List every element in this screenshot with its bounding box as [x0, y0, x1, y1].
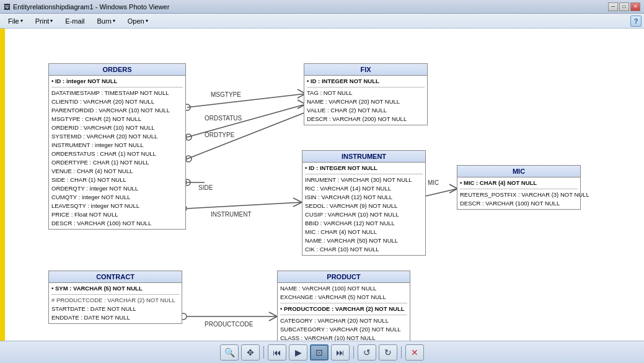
- delete-icon: ✕: [411, 347, 418, 357]
- titlebar: 🖼 Entityrelationshipdiagram1 - Windows P…: [0, 0, 644, 14]
- label-ordstatus: ORDSTATUS: [205, 115, 242, 122]
- search-button[interactable]: 🔍: [220, 344, 239, 361]
- svg-line-25: [269, 312, 277, 316]
- menu-burn[interactable]: Burn ▾: [92, 16, 121, 27]
- toolbar-sep-2: [353, 346, 354, 359]
- orders-field-16: DESCR : VARCHAR (100) NOT NULL: [51, 219, 183, 228]
- minimize-button[interactable]: ─: [608, 2, 618, 11]
- svg-line-17: [293, 198, 302, 202]
- menu-burn-label: Burn: [97, 17, 112, 25]
- contract-table: CONTRACT • SYM : VARCHAR (5) NOT NULL # …: [48, 271, 182, 324]
- label-msgtype: MSGTYPE: [211, 91, 241, 98]
- menu-print[interactable]: Print ▾: [30, 16, 59, 27]
- product-header: PRODUCT: [278, 271, 410, 283]
- play-button[interactable]: ▶: [289, 344, 307, 361]
- search-icon: 🔍: [224, 347, 235, 357]
- orders-field-11: SIDE : CHAR (1) NOT NULL: [51, 176, 183, 184]
- instr-field-4: SEDOL : VARCHAR (9) NOT NULL: [305, 202, 423, 210]
- instr-field-2: RIC : VARCHAR (14) NOT NULL: [305, 184, 423, 193]
- mic-field-2: DESCR : VARCHAR (100) NOT NULL: [460, 199, 578, 208]
- mic-header: MIC: [457, 166, 580, 177]
- instr-field-1: INRUMENT : VARCHAR (30) NOT NULL: [305, 176, 423, 184]
- menu-open[interactable]: Open ▾: [122, 16, 154, 27]
- menu-file-arrow: ▾: [20, 18, 23, 24]
- menubar: File ▾ Print ▾ E-mail Burn ▾ Open ▾ ?: [0, 14, 644, 29]
- menu-open-arrow: ▾: [146, 18, 148, 24]
- next-button[interactable]: ⏭: [331, 344, 350, 361]
- label-side: SIDE: [198, 184, 213, 191]
- move-button[interactable]: ✥: [241, 344, 260, 361]
- contract-body: • SYM : VARCHAR (5) NOT NULL # PRODUCTCO…: [49, 283, 182, 323]
- orders-field-0: • ID : integer NOT NULL: [51, 77, 183, 86]
- contract-field-2: STARTDATE : DATE NOT NULL: [51, 305, 179, 313]
- instr-field-5: CUSIP : VARCHAR (10) NOT NULL: [305, 210, 423, 219]
- product-field-4: SUBCATEGORY : VARCHAR (20) NOT NULL: [280, 325, 407, 334]
- orders-field-15: PRICE : Float NOT NULL: [51, 210, 183, 219]
- menu-print-label: Print: [35, 17, 50, 25]
- fix-field-2: NAME : VARCHAR (20) NOT NULL: [307, 97, 425, 106]
- prev-icon: ⏮: [273, 347, 281, 357]
- prev-button[interactable]: ⏮: [268, 344, 286, 361]
- instr-field-6: BBID : VARCHAR (12) NOT NULL: [305, 219, 423, 228]
- instrument-header: INSTRUMENT: [302, 151, 425, 163]
- orders-field-4: MSGTYPE : CHAR (2) NOT NULL: [51, 115, 183, 123]
- next-icon: ⏭: [336, 347, 345, 357]
- orders-field-6: SYSTEMID : VARCHAR (20) NOT NULL: [51, 132, 183, 141]
- toolbar-sep-1: [263, 346, 264, 359]
- svg-point-11: [185, 156, 192, 162]
- mic-body: • MIC : CHAR (4) NOT NULL REUTERS_POSTFI…: [457, 177, 580, 209]
- titlebar-controls: ─ □ ✕: [608, 2, 640, 11]
- fix-field-1: TAG : NOT NULL: [307, 89, 425, 97]
- rewind-icon: ↺: [363, 347, 371, 357]
- svg-line-15: [187, 202, 302, 208]
- fix-field-0: • ID : INTEGER NOT NULL: [307, 77, 425, 86]
- help-button[interactable]: ?: [630, 16, 642, 27]
- menu-file[interactable]: File ▾: [2, 16, 29, 27]
- orders-field-8: ORDERSTATUS : CHAR (1) NOT NULL: [51, 150, 183, 158]
- fix-field-3: VALUE : CHAR (2) NOT NULL: [307, 106, 425, 115]
- svg-line-26: [269, 316, 277, 321]
- orders-body: • ID : integer NOT NULL DATATIMESTAMP : …: [49, 76, 185, 229]
- contract-field-1: # PRODUCTCODE : VARCHAR (2) NOT NULL: [51, 296, 179, 305]
- product-field-1: EXCHANGE : VARCHAR (5) NOT NULL: [280, 293, 407, 302]
- label-ordtype: ORDTYPE: [205, 132, 235, 138]
- menu-email[interactable]: E-mail: [60, 16, 90, 27]
- mic-field-1: REUTERS_POSTFIX : VARCHAR (3) NOT NULL: [460, 190, 578, 199]
- menu-file-label: File: [8, 17, 19, 25]
- orders-field-14: LEAVESQTY : integer NOT NULL: [51, 202, 183, 210]
- toolbar: 🔍 ✥ ⏮ ▶ ⊡ ⏭ ↺ ↻ ✕: [0, 341, 644, 363]
- label-instrument: INSTRUMENT: [211, 211, 252, 218]
- product-table: PRODUCT NAME : VARCHAR (100) NOT NULL EX…: [277, 271, 410, 341]
- slideshow-button[interactable]: ⊡: [310, 344, 329, 361]
- refresh-button[interactable]: ↻: [379, 344, 397, 361]
- orders-field-9: ORDERTYPE : CHAR (1) NOT NULL: [51, 158, 183, 167]
- rewind-button[interactable]: ↺: [358, 344, 376, 361]
- delete-button[interactable]: ✕: [405, 344, 424, 361]
- product-field-3: CATEGORY : VARCHAR (20) NOT NULL: [280, 316, 407, 325]
- instr-field-8: NAME : VARCHAR (50) NOT NULL: [305, 236, 423, 245]
- instrument-table: INSTRUMENT • ID : INTEGER NOT NULL INRUM…: [302, 150, 426, 256]
- orders-field-1: DATATIMESTAMP : TIMESTAMP NOT NULL: [51, 89, 183, 97]
- instr-field-3: ISIN : VARCHAR (12) NOT NULL: [305, 193, 423, 202]
- orders-field-2: CLIENTID : VARCHAR (20) NOT NULL: [51, 97, 183, 106]
- fix-field-4: DESCR : VARCHAR (200) NOT NULL: [307, 115, 425, 123]
- fix-header: FIX: [304, 64, 427, 76]
- instr-field-9: CIK : CHAR (10) NOT NULL: [305, 245, 423, 254]
- slideshow-icon: ⊡: [315, 347, 323, 357]
- help-icon: ?: [634, 17, 638, 25]
- orders-field-13: CUMQTY : integer NOT NULL: [51, 193, 183, 202]
- instr-field-0: • ID : INTEGER NOT NULL: [305, 164, 423, 173]
- orders-field-3: PARENTORDID : VARCHAR (10) NOT NULL: [51, 106, 183, 115]
- contract-field-0: • SYM : VARCHAR (5) NOT NULL: [51, 284, 179, 293]
- product-body: NAME : VARCHAR (100) NOT NULL EXCHANGE :…: [278, 283, 410, 341]
- titlebar-left: 🖼 Entityrelationshipdiagram1 - Windows P…: [4, 3, 169, 11]
- menu-open-label: Open: [128, 17, 144, 25]
- maximize-button[interactable]: □: [619, 2, 629, 11]
- play-icon: ▶: [295, 347, 302, 357]
- toolbar-sep-3: [401, 346, 402, 359]
- orders-field-7: INSTRUMENT : integer NOT NULL: [51, 141, 183, 150]
- close-button[interactable]: ✕: [630, 2, 640, 11]
- svg-line-0: [187, 94, 306, 107]
- svg-line-18: [293, 202, 302, 207]
- menu-burn-arrow: ▾: [113, 18, 115, 24]
